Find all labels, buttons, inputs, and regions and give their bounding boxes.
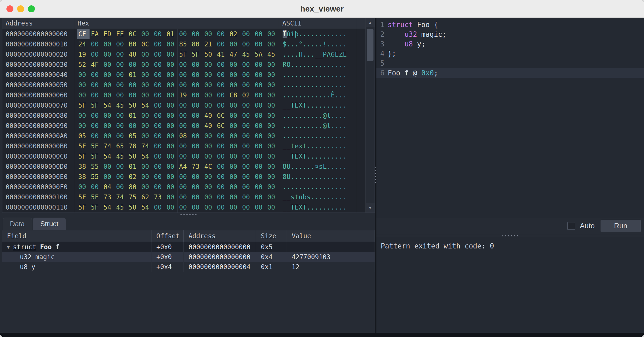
- ascii-char[interactable]: .: [319, 112, 323, 119]
- hex-byte[interactable]: 5F: [77, 192, 90, 202]
- hex-byte[interactable]: 00: [241, 192, 253, 202]
- hex-byte[interactable]: 00: [190, 182, 203, 192]
- hex-byte[interactable]: 00: [178, 60, 190, 70]
- hex-byte[interactable]: 00: [241, 29, 253, 39]
- ascii-char[interactable]: .: [343, 132, 347, 140]
- ascii-char[interactable]: .: [299, 71, 303, 79]
- hex-byte[interactable]: 00: [165, 202, 178, 213]
- ascii-char[interactable]: .: [291, 61, 295, 68]
- hex-byte[interactable]: 00: [228, 141, 241, 151]
- hex-byte[interactable]: 00: [253, 141, 266, 151]
- ascii-char[interactable]: A: [327, 51, 331, 58]
- hex-byte[interactable]: 00: [90, 39, 102, 49]
- hex-byte[interactable]: 00: [190, 172, 203, 182]
- hex-byte[interactable]: 00: [115, 90, 127, 100]
- ascii-char[interactable]: .: [327, 193, 331, 201]
- ascii-char[interactable]: _: [287, 142, 291, 150]
- hex-byte[interactable]: 6C: [216, 121, 228, 131]
- ascii-char[interactable]: .: [311, 142, 315, 150]
- ascii-char[interactable]: b: [303, 193, 307, 201]
- ascii-char[interactable]: °: [299, 41, 303, 48]
- ascii-char[interactable]: .: [335, 30, 339, 38]
- hex-byte[interactable]: 00: [203, 172, 216, 182]
- hex-byte[interactable]: 54: [102, 202, 115, 213]
- ascii-char[interactable]: .: [295, 51, 299, 58]
- ascii-char[interactable]: .: [307, 163, 311, 170]
- ascii-char[interactable]: X: [299, 204, 303, 211]
- ascii-char[interactable]: .: [339, 153, 343, 160]
- hex-byte[interactable]: 00: [115, 39, 127, 49]
- ascii-char[interactable]: .: [295, 163, 299, 170]
- hex-byte[interactable]: 00: [90, 90, 102, 100]
- ascii-char[interactable]: .: [335, 173, 339, 181]
- hex-byte[interactable]: 00: [102, 111, 115, 121]
- ascii-char[interactable]: .: [343, 183, 347, 191]
- hex-byte[interactable]: 00: [203, 80, 216, 90]
- hex-byte[interactable]: 00: [241, 141, 253, 151]
- hex-byte[interactable]: 00: [140, 131, 153, 141]
- ascii-char[interactable]: .: [335, 41, 339, 48]
- ascii-char[interactable]: .: [315, 183, 319, 191]
- ascii-char[interactable]: .: [299, 112, 303, 119]
- hex-byte[interactable]: 00: [178, 182, 190, 192]
- tab-data[interactable]: Data: [3, 218, 32, 230]
- ascii-char[interactable]: .: [311, 122, 315, 130]
- hex-byte[interactable]: 00: [165, 90, 178, 100]
- hex-byte[interactable]: 00: [266, 131, 279, 141]
- hex-byte[interactable]: 5F: [90, 192, 102, 202]
- hex-byte[interactable]: 00: [266, 182, 279, 192]
- ascii-char[interactable]: .: [291, 112, 295, 119]
- hex-byte[interactable]: 5F: [90, 141, 102, 151]
- ascii-char[interactable]: .: [311, 183, 315, 191]
- ascii-char[interactable]: _: [283, 153, 287, 160]
- ascii-char[interactable]: .: [291, 51, 295, 58]
- hex-byte[interactable]: 00: [90, 182, 102, 192]
- hex-byte[interactable]: CF: [77, 29, 90, 39]
- hex-byte[interactable]: 00: [228, 60, 241, 70]
- hex-byte[interactable]: 00: [140, 60, 153, 70]
- ascii-char[interactable]: .: [327, 61, 331, 68]
- close-button[interactable]: [6, 5, 13, 12]
- ascii-char[interactable]: .: [331, 122, 335, 130]
- hex-byte[interactable]: 00: [115, 70, 127, 80]
- ascii-char[interactable]: .: [319, 122, 323, 130]
- hex-byte[interactable]: 00: [77, 121, 90, 131]
- hex-byte[interactable]: 00: [178, 121, 190, 131]
- ascii-char[interactable]: .: [331, 153, 335, 160]
- hex-byte[interactable]: FE: [115, 29, 127, 39]
- ascii-char[interactable]: .: [303, 132, 307, 140]
- hex-byte[interactable]: 74: [115, 192, 127, 202]
- hex-byte[interactable]: 38: [77, 162, 90, 172]
- hex-byte[interactable]: 00: [165, 100, 178, 111]
- ascii-char[interactable]: .: [335, 193, 339, 201]
- hex-byte[interactable]: 00: [127, 60, 140, 70]
- ascii-char[interactable]: .: [343, 122, 347, 130]
- hex-byte[interactable]: 00: [153, 80, 165, 90]
- hex-byte[interactable]: 00: [190, 100, 203, 111]
- ascii-char[interactable]: .: [303, 163, 307, 170]
- auto-label[interactable]: Auto: [580, 222, 595, 230]
- ascii-char[interactable]: .: [319, 204, 323, 211]
- ascii-char[interactable]: .: [343, 61, 347, 68]
- hex-byte[interactable]: 00: [266, 90, 279, 100]
- hex-byte[interactable]: 00: [115, 111, 127, 121]
- hex-byte[interactable]: 73: [153, 192, 165, 202]
- hex-byte[interactable]: 00: [165, 182, 178, 192]
- hex-byte[interactable]: 00: [216, 141, 228, 151]
- ascii-char[interactable]: u: [299, 193, 303, 201]
- hex-byte[interactable]: 00: [203, 100, 216, 111]
- hex-byte[interactable]: 00: [228, 121, 241, 131]
- hex-byte[interactable]: 00: [115, 60, 127, 70]
- ascii-char[interactable]: .: [339, 71, 343, 79]
- hex-byte[interactable]: 00: [190, 121, 203, 131]
- ascii-char[interactable]: .: [327, 204, 331, 211]
- hex-byte[interactable]: 00: [153, 172, 165, 182]
- minimize-button[interactable]: [17, 5, 24, 12]
- ascii-char[interactable]: .: [323, 142, 327, 150]
- ascii-char[interactable]: .: [335, 102, 339, 109]
- hex-byte[interactable]: 05: [77, 131, 90, 141]
- ascii-char[interactable]: .: [287, 91, 291, 99]
- ascii-char[interactable]: .: [343, 153, 347, 160]
- hex-byte[interactable]: 00: [165, 141, 178, 151]
- ascii-char[interactable]: 8: [283, 163, 287, 170]
